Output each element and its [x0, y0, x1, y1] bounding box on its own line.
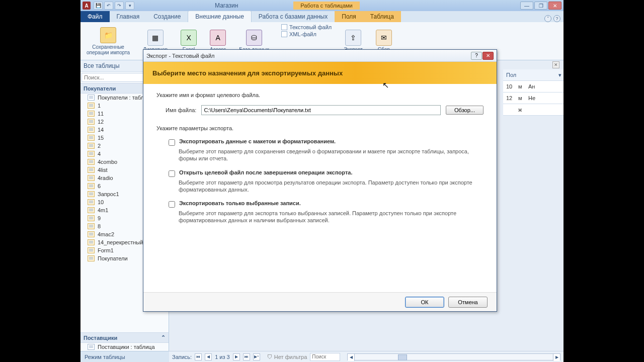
- export-formatted-option[interactable]: Экспортировать данные с макетом и формат…: [169, 138, 484, 146]
- query-icon: [88, 119, 95, 125]
- import-text-file[interactable]: Текстовый файл: [281, 24, 332, 30]
- instruction-text: Укажите имя и формат целевого файла.: [156, 92, 484, 98]
- minimize-button[interactable]: —: [520, 2, 533, 10]
- query-icon: [88, 191, 95, 197]
- cancel-button[interactable]: Отмена: [448, 297, 488, 308]
- close-tab-button[interactable]: ✕: [552, 61, 559, 68]
- query-icon: [88, 103, 95, 109]
- dialog-footer: ОК Отмена: [143, 292, 497, 311]
- dialog-close-button[interactable]: ✕: [482, 52, 494, 60]
- next-record-button[interactable]: ▶: [233, 353, 240, 360]
- dropdown-icon[interactable]: ▾: [558, 72, 561, 78]
- first-record-button[interactable]: ⏮: [195, 353, 202, 360]
- checkbox[interactable]: [169, 201, 175, 208]
- option-description: Выберите этот параметр для сохранения св…: [179, 148, 484, 162]
- scroll-left-icon[interactable]: ◀: [348, 354, 355, 361]
- query-icon: [88, 143, 95, 149]
- redo-icon[interactable]: ↷: [115, 2, 124, 10]
- dialog-titlebar[interactable]: Экспорт - Текстовый файл ? ✕: [143, 50, 497, 62]
- nav-group-suppliers[interactable]: Поставщики⌃: [80, 332, 169, 343]
- dialog-banner-text: Выберите место назначения для экспортиру…: [152, 69, 343, 77]
- horizontal-scrollbar[interactable]: ◀▶: [347, 353, 560, 360]
- status-mode: Режим таблицы: [85, 354, 125, 360]
- tab-database-tools[interactable]: Работа с базами данных: [252, 11, 335, 22]
- query-icon: [88, 215, 95, 221]
- dialog-body: Укажите имя и формат целевого файла. Имя…: [143, 84, 497, 292]
- table-row[interactable]: ж: [503, 104, 564, 116]
- app-window: A 💾 ↶ ↷ ▾ Магазин Работа с таблицами — ❐…: [80, 0, 564, 362]
- dialog-help-button[interactable]: ?: [471, 52, 482, 60]
- tab-table[interactable]: Таблица: [363, 11, 401, 22]
- query-icon: [88, 223, 95, 229]
- maximize-button[interactable]: ❐: [534, 2, 547, 10]
- grid-icon: ▦: [147, 30, 164, 46]
- tab-file[interactable]: Файл: [80, 11, 110, 22]
- database-icon: ⛁: [246, 30, 262, 46]
- filename-input[interactable]: [201, 105, 441, 115]
- checkbox[interactable]: [169, 170, 175, 177]
- import-xml-file[interactable]: XML-файл: [281, 31, 332, 37]
- document-title: Магазин: [215, 2, 238, 9]
- collect-icon: ✉: [376, 30, 392, 46]
- filename-label: Имя файла:: [166, 107, 196, 113]
- record-position: 1 из 3: [215, 354, 230, 360]
- prev-record-button[interactable]: ◀: [205, 353, 212, 360]
- export-icon: ⇪: [345, 30, 361, 46]
- undo-icon[interactable]: ↶: [104, 2, 113, 10]
- table-icon: [88, 95, 95, 101]
- query-icon: [88, 111, 95, 117]
- open-after-export-option[interactable]: Открыть целевой файл после завершения оп…: [169, 169, 484, 177]
- query-icon: [88, 151, 95, 157]
- option-description: Выберите этот параметр для просмотра рез…: [179, 179, 484, 194]
- last-record-button[interactable]: ⏭: [243, 353, 250, 360]
- query-icon: [88, 175, 95, 181]
- query-icon: [88, 199, 95, 205]
- help-icon[interactable]: ?: [553, 15, 560, 22]
- ribbon-tabs: Файл Главная Создание Внешние данные Раб…: [80, 11, 564, 22]
- contextual-tab-label: Работа с таблицами: [293, 2, 359, 10]
- new-record-button[interactable]: ▶*: [253, 353, 260, 360]
- chevron-up-icon: ⌃: [161, 334, 166, 341]
- xml-file-icon: [281, 31, 287, 37]
- nav-item-table[interactable]: Поставщики : таблица: [80, 343, 169, 351]
- query-icon: [88, 167, 95, 173]
- saved-imports-button[interactable]: 📁 Сохраненные операции импорта: [84, 23, 133, 59]
- text-file-icon: [281, 24, 287, 30]
- column-header[interactable]: Пол▾: [503, 69, 564, 81]
- query-icon: [88, 159, 95, 165]
- table-icon: [88, 344, 95, 350]
- export-dialog: Экспорт - Текстовый файл ? ✕ Выберите ме…: [143, 49, 497, 312]
- access-icon: A: [210, 30, 226, 46]
- table-row[interactable]: 10мАн: [503, 81, 564, 93]
- checkbox[interactable]: [169, 139, 175, 146]
- option-title: Открыть целевой файл после завершения оп…: [179, 169, 352, 177]
- save-icon[interactable]: 💾: [94, 2, 103, 10]
- tab-external-data[interactable]: Внешние данные: [188, 11, 252, 22]
- tab-create[interactable]: Создание: [146, 11, 188, 22]
- tab-fields[interactable]: Поля: [335, 11, 363, 22]
- filter-status: ⛉ Нет фильтра: [267, 354, 307, 360]
- table-row[interactable]: 12мНе: [503, 93, 564, 104]
- form-icon: [88, 247, 95, 253]
- app-icon[interactable]: A: [83, 2, 91, 10]
- option-title: Экспортировать данные с макетом и формат…: [179, 138, 336, 146]
- dialog-banner: Выберите место назначения для экспортиру…: [143, 62, 497, 84]
- record-navigator: Запись: ⏮ ◀ 1 из 3 ▶ ⏭ ▶* ⛉ Нет фильтра …: [169, 351, 564, 362]
- browse-button[interactable]: Обзор...: [446, 106, 484, 115]
- instruction-text-2: Укажите параметры экспорта.: [156, 125, 484, 131]
- query-icon: [88, 207, 95, 213]
- query-icon: [88, 127, 95, 133]
- macro-icon: [88, 231, 95, 237]
- tab-home[interactable]: Главная: [110, 11, 147, 22]
- scroll-right-icon[interactable]: ▶: [553, 354, 560, 361]
- excel-icon: X: [181, 30, 197, 46]
- export-selected-only-option[interactable]: Экспортировать только выбранные записи.: [169, 200, 484, 208]
- titlebar: A 💾 ↶ ↷ ▾ Магазин Работа с таблицами — ❐…: [80, 0, 564, 11]
- qat-dropdown-icon[interactable]: ▾: [125, 2, 134, 10]
- close-button[interactable]: ✕: [548, 2, 561, 10]
- ok-button[interactable]: ОК: [405, 297, 444, 308]
- folder-icon: 📁: [100, 27, 116, 43]
- minimize-ribbon-icon[interactable]: ˄: [544, 15, 551, 22]
- quick-access-toolbar: 💾 ↶ ↷ ▾: [94, 2, 134, 10]
- record-search-input[interactable]: [310, 353, 340, 361]
